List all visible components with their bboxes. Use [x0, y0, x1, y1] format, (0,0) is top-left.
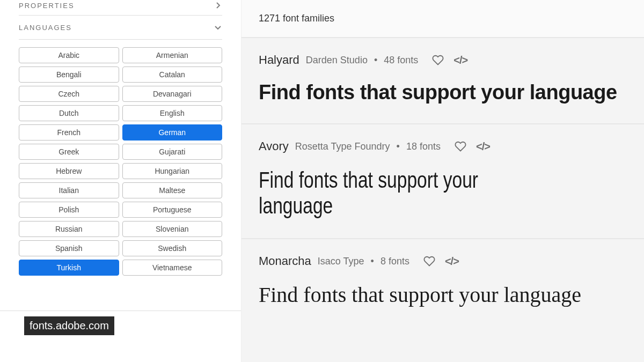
- font-name: Halyard: [259, 53, 299, 67]
- language-chip-catalan[interactable]: Catalan: [122, 67, 223, 83]
- language-chip-portuguese[interactable]: Portuguese: [122, 202, 223, 218]
- code-icon[interactable]: </>: [476, 141, 490, 153]
- results-main: 1271 font families HalyardDarden Studio•…: [241, 0, 644, 362]
- language-chip-turkish[interactable]: Turkish: [19, 260, 119, 276]
- separator-dot: •: [371, 256, 374, 267]
- chevron-down-icon: [214, 23, 222, 32]
- font-foundry: Rosetta Type Foundry: [295, 141, 390, 152]
- section-properties-header[interactable]: PROPERTIES: [19, 0, 222, 16]
- section-properties-label: PROPERTIES: [19, 2, 75, 10]
- results-count: 1271 font families: [241, 0, 644, 37]
- font-card-monarcha[interactable]: MonarchaIsaco Type•8 fonts</>Find fonts …: [241, 238, 644, 327]
- font-count: 18 fonts: [406, 141, 441, 152]
- separator-dot: •: [374, 55, 377, 66]
- language-chip-spanish[interactable]: Spanish: [19, 240, 119, 256]
- heart-icon[interactable]: [423, 255, 435, 268]
- font-card-avory[interactable]: AvoryRosetta Type Foundry•18 fonts</>Fin…: [241, 123, 644, 238]
- font-count: 48 fonts: [384, 55, 418, 66]
- separator-dot: •: [397, 141, 400, 152]
- language-chip-greek[interactable]: Greek: [19, 144, 119, 160]
- font-sample: Find fonts that support your language: [259, 167, 553, 219]
- language-chip-bengali[interactable]: Bengali: [19, 67, 119, 83]
- divider: [0, 311, 241, 311]
- language-chip-swedish[interactable]: Swedish: [122, 240, 223, 256]
- languages-grid: ArabicArmenianBengaliCatalanCzechDevanag…: [19, 47, 222, 276]
- font-sample: Find fonts that support your language: [259, 81, 627, 104]
- language-chip-hebrew[interactable]: Hebrew: [19, 163, 119, 179]
- heart-icon[interactable]: [432, 54, 444, 67]
- language-chip-dutch[interactable]: Dutch: [19, 105, 119, 121]
- language-chip-devanagari[interactable]: Devanagari: [122, 86, 223, 102]
- chevron-right-icon: [214, 1, 222, 10]
- font-results-list: HalyardDarden Studio•48 fonts</>Find fon…: [241, 37, 644, 327]
- language-chip-french[interactable]: French: [19, 124, 119, 141]
- language-chip-arabic[interactable]: Arabic: [19, 47, 119, 63]
- url-badge: fonts.adobe.com: [24, 316, 114, 335]
- language-chip-hungarian[interactable]: Hungarian: [122, 163, 223, 179]
- language-chip-gujarati[interactable]: Gujarati: [122, 144, 223, 160]
- font-name: Monarcha: [259, 254, 311, 268]
- font-name: Avory: [259, 139, 289, 153]
- language-chip-italian[interactable]: Italian: [19, 182, 119, 198]
- language-chip-slovenian[interactable]: Slovenian: [122, 221, 223, 237]
- language-chip-maltese[interactable]: Maltese: [122, 182, 223, 198]
- font-count: 8 fonts: [380, 256, 409, 267]
- font-sample: Find fonts that support your language: [259, 282, 627, 307]
- section-languages-header[interactable]: LANGUAGES: [19, 16, 222, 40]
- language-chip-russian[interactable]: Russian: [19, 221, 119, 237]
- code-icon[interactable]: </>: [445, 255, 459, 268]
- language-chip-vietnamese[interactable]: Vietnamese: [122, 260, 223, 276]
- heart-icon[interactable]: [455, 141, 466, 153]
- font-foundry: Isaco Type: [318, 256, 364, 267]
- font-meta: AvoryRosetta Type Foundry•18 fonts</>: [259, 139, 627, 153]
- language-chip-english[interactable]: English: [122, 105, 223, 121]
- font-meta: HalyardDarden Studio•48 fonts</>: [259, 53, 627, 67]
- section-languages-label: LANGUAGES: [19, 24, 72, 32]
- language-chip-armenian[interactable]: Armenian: [122, 47, 223, 63]
- language-chip-polish[interactable]: Polish: [19, 202, 119, 218]
- font-card-halyard[interactable]: HalyardDarden Studio•48 fonts</>Find fon…: [241, 37, 644, 123]
- languages-section-content: ArabicArmenianBengaliCatalanCzechDevanag…: [19, 47, 222, 276]
- font-meta: MonarchaIsaco Type•8 fonts</>: [259, 254, 627, 268]
- language-chip-czech[interactable]: Czech: [19, 86, 119, 102]
- filters-sidebar: PROPERTIES LANGUAGES ArabicArmenianBenga…: [0, 0, 241, 362]
- code-icon[interactable]: </>: [453, 54, 467, 67]
- font-foundry: Darden Studio: [306, 55, 368, 66]
- language-chip-german[interactable]: German: [122, 124, 223, 141]
